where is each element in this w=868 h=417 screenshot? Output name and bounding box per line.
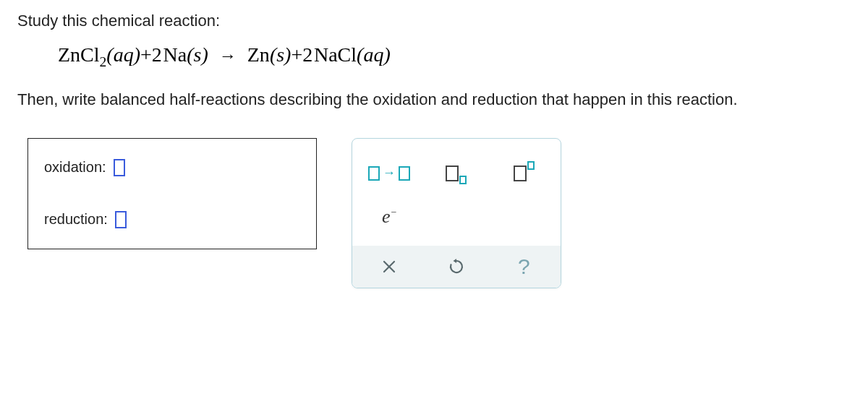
- superscript-tool[interactable]: [498, 155, 549, 192]
- help-button[interactable]: ?: [498, 250, 549, 283]
- chemical-equation: ZnCl2(aq)+2 Na(s) → Zn(s)+2 NaCl(aq): [58, 43, 851, 70]
- reduction-row: reduction:: [44, 211, 300, 228]
- reaction-arrow: →: [219, 46, 237, 66]
- equation-lhs: ZnCl2(aq)+2 Na(s): [58, 43, 213, 66]
- reaction-arrow-tool[interactable]: →: [364, 155, 414, 192]
- reduction-label: reduction:: [44, 211, 108, 228]
- close-icon: [381, 259, 397, 275]
- instruction-text-2: Then, write balanced half-reactions desc…: [17, 90, 851, 109]
- equation-rhs: Zn(s)+2 NaCl(aq): [247, 43, 391, 66]
- svg-marker-2: [453, 259, 456, 263]
- oxidation-row: oxidation:: [44, 159, 300, 176]
- reduction-input[interactable]: [115, 211, 127, 228]
- electron-tool[interactable]: e−: [364, 199, 414, 235]
- clear-button[interactable]: [364, 250, 414, 283]
- subscript-tool[interactable]: [431, 155, 482, 192]
- undo-icon: [448, 258, 465, 275]
- instruction-text-1: Study this chemical reaction:: [17, 12, 851, 30]
- answer-box: oxidation: reduction:: [27, 138, 317, 249]
- reset-button[interactable]: [431, 250, 482, 283]
- toolbox: → e−: [352, 138, 561, 288]
- oxidation-input[interactable]: [114, 159, 125, 176]
- oxidation-label: oxidation:: [44, 159, 106, 176]
